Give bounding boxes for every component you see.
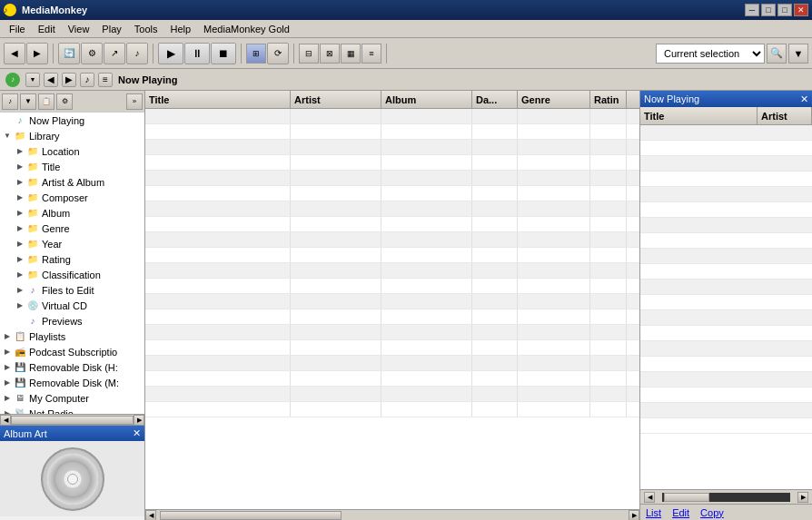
track-scroll-thumb[interactable]: [160, 511, 342, 520]
play-button[interactable]: ▶: [158, 43, 183, 64]
sidebar-item-location[interactable]: ▶ 📁 Location: [0, 143, 144, 159]
np-btn2[interactable]: ▶: [62, 73, 76, 87]
cell: [145, 109, 291, 123]
col-album-label: Album: [385, 94, 416, 105]
title-bar-controls[interactable]: ─ □ □ ✕: [745, 4, 808, 16]
mm-btn2[interactable]: ⚙: [81, 43, 103, 64]
label-virtual-cd: Virtual CD: [42, 300, 87, 311]
track-scroll-track[interactable]: [156, 510, 629, 521]
sidebar-item-album[interactable]: ▶ 📁 Album: [0, 205, 144, 221]
now-playing-panel: Now Playing ✕ Title Artist: [639, 91, 812, 520]
layout-btn2[interactable]: ⊠: [320, 44, 340, 64]
back-button[interactable]: ◀: [4, 43, 25, 64]
sidebar-tool-1[interactable]: ♪: [2, 93, 18, 110]
col-date-label: Da...: [476, 94, 497, 105]
menu-file[interactable]: File: [4, 22, 31, 36]
menu-gold[interactable]: MediaMonkey Gold: [198, 22, 295, 36]
expander-podcast: ▶: [2, 347, 13, 358]
sidebar-item-genre[interactable]: ▶ 📁 Genre: [0, 221, 144, 236]
col-artist: Artist: [291, 91, 381, 108]
sidebar-scroll-right[interactable]: ▶: [134, 415, 144, 426]
np-copy-link[interactable]: Copy: [700, 507, 724, 518]
label-previews: Previews: [42, 316, 83, 327]
menu-play[interactable]: Play: [96, 22, 126, 36]
layout-btn1[interactable]: ⊟: [299, 44, 319, 64]
now-playing-label: Now Playing: [118, 74, 177, 85]
sidebar-item-removable-h[interactable]: ▶ 💾 Removable Disk (H:: [0, 359, 144, 375]
sidebar-item-artist-album[interactable]: ▶ 📁 Artist & Album: [0, 174, 144, 190]
expander-composer: ▶: [15, 192, 25, 203]
track-hscroll[interactable]: ◀ ▶: [145, 509, 639, 520]
sidebar-item-library[interactable]: ▼ 📁 Library: [0, 128, 144, 143]
mm-btn3[interactable]: ↗: [104, 43, 125, 64]
restore-button[interactable]: □: [761, 4, 776, 16]
table-row: [145, 217, 639, 232]
cell: [518, 402, 590, 417]
menu-help[interactable]: Help: [164, 22, 196, 36]
sidebar-item-composer[interactable]: ▶ 📁 Composer: [0, 190, 144, 205]
close-button[interactable]: ✕: [794, 4, 808, 16]
np-col-artist: Artist: [758, 107, 812, 124]
sidebar-item-my-computer[interactable]: ▶ 🖥 My Computer: [0, 390, 144, 406]
sidebar-tool-3[interactable]: 📋: [38, 93, 54, 110]
cell: [590, 109, 627, 123]
album-art-close[interactable]: ✕: [133, 427, 141, 439]
minimize-button[interactable]: ─: [745, 4, 759, 16]
menu-tools[interactable]: Tools: [129, 22, 163, 36]
current-selection-dropdown[interactable]: Current selection: [656, 44, 765, 64]
np-scroll-right[interactable]: ▶: [797, 492, 808, 503]
np-scroll-thumb[interactable]: [664, 493, 709, 502]
track-scroll-right[interactable]: ▶: [629, 510, 639, 521]
pause-button[interactable]: ⏸: [184, 43, 210, 64]
cell: [381, 263, 472, 278]
sidebar-tool-2[interactable]: ▼: [20, 93, 36, 110]
sidebar-item-virtual-cd[interactable]: ▶ 💿 Virtual CD: [0, 298, 144, 313]
search-button[interactable]: 🔍: [767, 44, 787, 64]
sync-button[interactable]: ⟳: [267, 43, 289, 64]
cell: [291, 340, 381, 355]
sidebar-hscroll-thumb[interactable]: [11, 416, 134, 425]
cell: [472, 371, 518, 386]
sidebar-item-classification[interactable]: ▶ 📁 Classification: [0, 267, 144, 282]
layout-btn4[interactable]: ≡: [361, 44, 381, 64]
np-btn3[interactable]: ♪: [80, 73, 94, 87]
sidebar-item-previews[interactable]: ♪ Previews: [0, 313, 144, 329]
track-scroll-left[interactable]: ◀: [145, 510, 156, 521]
sidebar-hscroll[interactable]: ◀ ▶: [0, 414, 144, 425]
sidebar-item-title[interactable]: ▶ 📁 Title: [0, 159, 144, 174]
sidebar-item-now-playing[interactable]: ♪ Now Playing: [0, 113, 144, 128]
np-dropdown[interactable]: ▼: [25, 73, 40, 87]
maximize-button[interactable]: □: [777, 4, 792, 16]
mm-btn4[interactable]: ♪: [126, 43, 148, 64]
np-scroll-left[interactable]: ◀: [644, 492, 655, 503]
sidebar-collapse[interactable]: »: [126, 93, 143, 110]
np-list-link[interactable]: List: [646, 507, 661, 518]
np-scroll-track[interactable]: [662, 493, 790, 502]
np-close-btn[interactable]: ✕: [800, 93, 808, 105]
sidebar: ♪ ▼ 📋 ⚙ » ♪ Now Playing ▼ 📁 Library ▶: [0, 91, 145, 520]
np-btn4[interactable]: ≡: [98, 73, 113, 87]
sidebar-scroll-left[interactable]: ◀: [0, 415, 11, 426]
menu-edit[interactable]: Edit: [33, 22, 61, 36]
cell: [381, 279, 472, 293]
layout-btn3[interactable]: ▦: [341, 44, 361, 64]
view-grid-button[interactable]: ⊞: [246, 44, 266, 64]
sidebar-item-podcast[interactable]: ▶ 📻 Podcast Subscriptio: [0, 344, 144, 359]
sidebar-item-rating[interactable]: ▶ 📁 Rating: [0, 251, 144, 267]
sidebar-item-year[interactable]: ▶ 📁 Year: [0, 236, 144, 251]
sidebar-item-files-to-edit[interactable]: ▶ ♪ Files to Edit: [0, 282, 144, 298]
np-btn1[interactable]: ◀: [44, 73, 58, 87]
forward-button[interactable]: ▶: [26, 43, 48, 64]
sidebar-tool-4[interactable]: ⚙: [56, 93, 73, 110]
search-options-button[interactable]: ▼: [788, 44, 808, 64]
np-row: [640, 388, 812, 403]
np-edit-link[interactable]: Edit: [672, 507, 689, 518]
sidebar-item-removable-m[interactable]: ▶ 💾 Removable Disk (M:: [0, 375, 144, 390]
mm-btn1[interactable]: 🔄: [58, 43, 80, 64]
label-title: Title: [42, 162, 60, 172]
sidebar-item-net-radio[interactable]: ▶ 📡 Net Radio: [0, 406, 144, 414]
cell: [291, 294, 381, 309]
stop-button[interactable]: ⏹: [211, 43, 236, 64]
menu-view[interactable]: View: [63, 22, 95, 36]
sidebar-item-playlists[interactable]: ▶ 📋 Playlists: [0, 329, 144, 344]
